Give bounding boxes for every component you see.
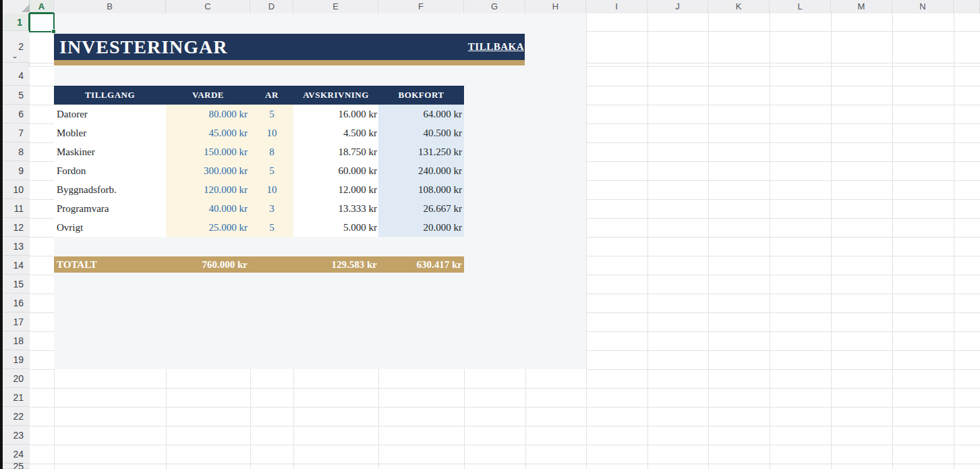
- row-header-13[interactable]: 13: [3, 237, 30, 256]
- gridline: [30, 464, 980, 464]
- gridline: [378, 369, 379, 469]
- column-header-H[interactable]: H: [525, 0, 586, 13]
- gridline: [586, 63, 980, 63]
- cell-avskrivning[interactable]: 16.000 kr: [293, 105, 378, 123]
- row-header-18[interactable]: 18: [3, 331, 30, 350]
- cell-varde[interactable]: 300.000 kr: [166, 161, 250, 180]
- row-header-5[interactable]: 5: [3, 86, 30, 105]
- gridline: [586, 142, 980, 143]
- cell-ar[interactable]: 10: [250, 123, 293, 142]
- gridline: [586, 294, 980, 294]
- column-header-F[interactable]: F: [378, 0, 464, 13]
- tillbaka-back-link[interactable]: TILLBAKA: [468, 41, 525, 53]
- row-header-6[interactable]: 6: [3, 105, 30, 123]
- column-header-avskrivning[interactable]: AVSKRIVNING: [293, 86, 378, 105]
- gridline: [30, 66, 54, 67]
- table-row: Mobler45.000 kr104.500 kr40.500 kr: [54, 123, 464, 142]
- cell-varde[interactable]: 150.000 kr: [166, 142, 250, 161]
- row-header-19[interactable]: 19: [3, 350, 30, 369]
- investments-table: TILLGANG VARDE AR AVSKRIVNING BOKFORT Da…: [54, 86, 464, 237]
- gridline: [30, 445, 980, 445]
- column-header-varde[interactable]: VARDE: [166, 86, 250, 105]
- cell-tillgang[interactable]: Programvara: [54, 199, 166, 218]
- cell-avskrivning[interactable]: 18.750 kr: [293, 142, 378, 161]
- column-header-J[interactable]: J: [647, 0, 708, 13]
- row-header-11[interactable]: 11: [3, 199, 30, 218]
- gridline: [30, 407, 980, 408]
- cell-varde[interactable]: 25.000 kr: [166, 218, 250, 237]
- gridline: [586, 66, 980, 67]
- row-header-22[interactable]: 22: [3, 407, 30, 426]
- cell-varde[interactable]: 45.000 kr: [166, 123, 250, 142]
- column-header-G[interactable]: G: [464, 0, 525, 13]
- row-header-17[interactable]: 17: [3, 312, 30, 331]
- column-header-tillgang[interactable]: TILLGANG: [54, 86, 166, 105]
- cell-ar[interactable]: 5: [250, 161, 293, 180]
- gridline: [166, 369, 167, 469]
- column-header-L[interactable]: L: [770, 0, 831, 13]
- column-header-C[interactable]: C: [166, 0, 250, 13]
- row-header-10[interactable]: 10: [3, 180, 30, 199]
- row-header-21[interactable]: 21: [3, 388, 30, 407]
- cell-ar[interactable]: 8: [250, 142, 293, 161]
- cell-avskrivning[interactable]: 12.000 kr: [293, 180, 378, 199]
- cell-ar[interactable]: 10: [250, 180, 293, 199]
- column-header-E[interactable]: E: [293, 0, 378, 13]
- row-header-1[interactable]: 1: [3, 13, 30, 31]
- column-header-I[interactable]: I: [586, 0, 647, 13]
- row-header-15[interactable]: 15: [3, 275, 30, 294]
- total-row[interactable]: TOTALT 760.000 kr 129.583 kr 630.417 kr: [54, 256, 464, 273]
- cell-tillgang[interactable]: Byggnadsforb.: [54, 180, 166, 199]
- column-header-partial[interactable]: [954, 0, 980, 13]
- cell-bokfort[interactable]: 131.250 kr: [378, 142, 464, 161]
- cell-varde[interactable]: 40.000 kr: [166, 199, 250, 218]
- fill-handle[interactable]: [51, 29, 56, 34]
- row-header-23[interactable]: 23: [3, 426, 30, 445]
- column-header-ar[interactable]: AR: [250, 86, 293, 105]
- cell-tillgang[interactable]: Maskiner: [54, 142, 166, 161]
- cell-bokfort[interactable]: 64.000 kr: [378, 105, 464, 123]
- table-body: Datorer80.000 kr516.000 kr64.000 krMoble…: [54, 105, 464, 237]
- cell-bokfort[interactable]: 240.000 kr: [378, 161, 464, 180]
- column-header-N[interactable]: N: [892, 0, 954, 13]
- row-header-7[interactable]: 7: [3, 123, 30, 142]
- row-header-12[interactable]: 12: [3, 218, 30, 237]
- cell-tillgang[interactable]: Datorer: [54, 105, 166, 123]
- row-header-8[interactable]: 8: [3, 142, 30, 161]
- cell-bokfort[interactable]: 108.000 kr: [378, 180, 464, 199]
- select-all-corner[interactable]: [3, 0, 30, 13]
- cell-varde[interactable]: 120.000 kr: [166, 180, 250, 199]
- row-header-9[interactable]: 9: [3, 161, 30, 180]
- cell-avskrivning[interactable]: 4.500 kr: [293, 123, 378, 142]
- column-header-D[interactable]: D: [250, 0, 293, 13]
- gridline: [586, 161, 980, 162]
- row-header-25[interactable]: 25: [3, 464, 30, 469]
- cell-ar[interactable]: 5: [250, 105, 293, 123]
- column-header-M[interactable]: M: [831, 0, 892, 13]
- cell-tillgang[interactable]: Mobler: [54, 123, 166, 142]
- active-cell-selection[interactable]: [29, 13, 55, 32]
- gridline: [586, 199, 980, 200]
- column-header-K[interactable]: K: [708, 0, 770, 13]
- row-header-20[interactable]: 20: [3, 369, 30, 388]
- row-header-16[interactable]: 16: [3, 294, 30, 312]
- cell-bokfort[interactable]: 40.500 kr: [378, 123, 464, 142]
- cell-ar[interactable]: 3: [250, 199, 293, 218]
- cell-avskrivning[interactable]: 60.000 kr: [293, 161, 378, 180]
- cell-tillgang[interactable]: Fordon: [54, 161, 166, 180]
- column-header-B[interactable]: B: [54, 0, 166, 13]
- cell-varde[interactable]: 80.000 kr: [166, 105, 250, 123]
- row-header-14[interactable]: 14: [3, 256, 30, 275]
- column-header-bokfort[interactable]: BOKFORT: [378, 86, 464, 105]
- cell-avskrivning[interactable]: 5.000 kr: [293, 218, 378, 237]
- cell-ar[interactable]: 5: [250, 218, 293, 237]
- gridline: [30, 123, 54, 124]
- gridline: [30, 350, 54, 351]
- gridline: [586, 105, 980, 105]
- cell-bokfort[interactable]: 26.667 kr: [378, 199, 464, 218]
- cell-tillgang[interactable]: Ovrigt: [54, 218, 166, 237]
- row-header-4[interactable]: 4: [3, 66, 30, 86]
- cell-bokfort[interactable]: 20.000 kr: [378, 218, 464, 237]
- column-header-A[interactable]: A: [30, 0, 54, 13]
- cell-avskrivning[interactable]: 13.333 kr: [293, 199, 378, 218]
